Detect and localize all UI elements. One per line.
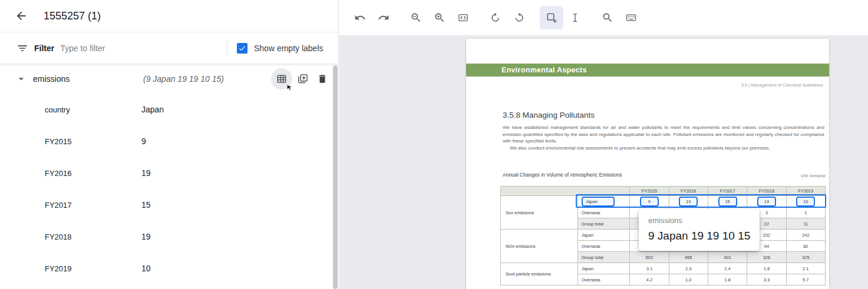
label-row-FY2015[interactable]: FY2015 9 (0, 125, 338, 157)
table-category-cell: Soot particle emissions (501, 263, 578, 285)
value-text: 94 (764, 244, 769, 249)
table-value-cell: 2.4 (708, 263, 747, 274)
value-text: 242 (802, 232, 810, 238)
label-value: 9 (141, 137, 146, 146)
value-text: 326 (763, 255, 771, 260)
value-text: 22 (764, 221, 769, 227)
back-button[interactable] (14, 9, 28, 23)
panel-header: 1555257 (1) (0, 0, 338, 32)
duplicate-label-button[interactable] (294, 70, 312, 88)
value-text: 1.8 (724, 277, 730, 283)
search-button[interactable] (596, 6, 619, 29)
annotation-row-outline[interactable] (576, 194, 826, 208)
text-select-button[interactable] (563, 6, 587, 29)
text-select-icon (569, 12, 581, 24)
value-text: 1.0 (685, 277, 691, 283)
value-text: 502 (646, 255, 654, 260)
label-value: 19 (141, 168, 151, 178)
table-value-cell: 4.2 (630, 274, 669, 285)
undo-button[interactable] (348, 6, 372, 29)
table-value-cell: 2.3 (669, 263, 708, 274)
table-value-cell: 1.8 (708, 274, 747, 285)
table-region-cell: Japan (577, 230, 629, 241)
keyboard-icon (625, 12, 637, 24)
label-row-FY2019[interactable]: FY2019 10 (0, 253, 338, 284)
document-page: Environmental Aspects 3.5 | Management o… (466, 39, 829, 289)
value-text: 325 (802, 255, 810, 260)
table-value-cell: 1.8 (747, 263, 786, 274)
filter-icon (16, 42, 28, 54)
table-value-cell: 242 (786, 230, 825, 241)
table-value-cell: 82 (786, 241, 825, 252)
left-scrollbar[interactable] (333, 65, 338, 289)
region-text: Japan (582, 232, 593, 238)
expander-icon[interactable] (15, 73, 27, 85)
table-value-cell: 455 (669, 252, 708, 263)
extract-table-button[interactable] (271, 68, 292, 89)
rotate-right-button[interactable] (507, 6, 531, 29)
table-value-cell: 401 (708, 252, 747, 263)
mouse-cursor-icon (285, 84, 294, 92)
add-region-icon (546, 12, 557, 24)
label-row-country[interactable]: country Japan (0, 94, 338, 125)
rotate-right-icon (513, 12, 525, 24)
value-text: 401 (724, 255, 731, 260)
region-text: Group total (582, 255, 603, 260)
label-row-FY2018[interactable]: FY2018 19 (0, 221, 338, 253)
table-value-cell: 11 (786, 218, 825, 230)
label-key: FY2016 (45, 169, 72, 178)
label-row-FY2017[interactable]: FY2017 15 (0, 189, 338, 221)
table-value-cell: 1.0 (669, 274, 708, 285)
zoom-out-button[interactable] (404, 6, 428, 29)
tooltip-value: 9 Japan 19 19 10 15 (648, 230, 750, 243)
filter-input[interactable] (60, 44, 190, 53)
value-text: 455 (685, 255, 692, 260)
table-unit: Unit: tons/year (801, 174, 826, 178)
add-region-button[interactable] (540, 6, 563, 29)
rotate-left-icon (490, 12, 501, 24)
show-empty-label: Show empty labels (254, 44, 324, 53)
value-text: 2.1 (803, 266, 808, 271)
zoom-out-icon (410, 12, 422, 24)
doc-section-heading: 3.5.8 Managing Pollutants (503, 111, 595, 119)
label-group-summary: (9 Japan 19 19 10 15) (143, 74, 224, 84)
show-empty-checkbox[interactable] (237, 43, 247, 54)
page-title: 1555257 (1) (44, 10, 101, 22)
table-region-cell: Japan (577, 263, 629, 274)
label-group-row[interactable]: emissions (9 Japan 19 19 10 15) (0, 64, 338, 94)
value-text: 5.7 (803, 277, 808, 283)
table-row: Soot particle emissionsJapan3.12.32.41.8… (501, 263, 826, 274)
rotate-left-button[interactable] (484, 6, 507, 29)
labels-panel: 1555257 (1) Filter Show empty labels emi… (0, 0, 339, 289)
code-view-button[interactable] (451, 6, 475, 29)
table-value-cell: 502 (630, 252, 669, 263)
table-value-cell: 325 (786, 252, 825, 263)
table-category-cell: NOx emissions (501, 230, 578, 263)
table-value-cell: 326 (747, 252, 786, 263)
divider (227, 40, 227, 57)
search-icon (602, 12, 613, 24)
table-region-cell: Overseas (577, 207, 629, 218)
delete-label-button[interactable] (313, 70, 331, 88)
label-key: FY2015 (45, 137, 72, 146)
value-text: 4.2 (646, 277, 652, 283)
table-caption-row: Annual Changes in Volume of Atmospheric … (503, 172, 826, 178)
value-text: 1.8 (764, 266, 770, 271)
doc-paragraphs: We have established management standards… (503, 124, 824, 151)
region-text: Overseas (582, 210, 600, 215)
region-text: Japan (582, 266, 593, 271)
table-caption: Annual Changes in Volume of Atmospheric … (503, 172, 622, 178)
table-value-cell: 5.7 (786, 274, 825, 285)
table-region-cell: Group total (577, 252, 629, 263)
label-key: country (45, 105, 70, 114)
redo-button[interactable] (372, 6, 395, 29)
document-viewer: Environmental Aspects 3.5 | Management o… (339, 0, 868, 289)
keyboard-button[interactable] (619, 6, 643, 29)
tooltip-label: emissions (648, 216, 750, 225)
annotation-tooltip: emissions 9 Japan 19 19 10 15 (639, 209, 760, 251)
value-text: 2.3 (685, 266, 691, 271)
zoom-in-button[interactable] (428, 6, 451, 29)
document-canvas[interactable]: Environmental Aspects 3.5 | Management o… (339, 35, 868, 289)
table-value-cell: 2.1 (786, 263, 825, 274)
label-row-FY2016[interactable]: FY2016 19 (0, 157, 338, 189)
